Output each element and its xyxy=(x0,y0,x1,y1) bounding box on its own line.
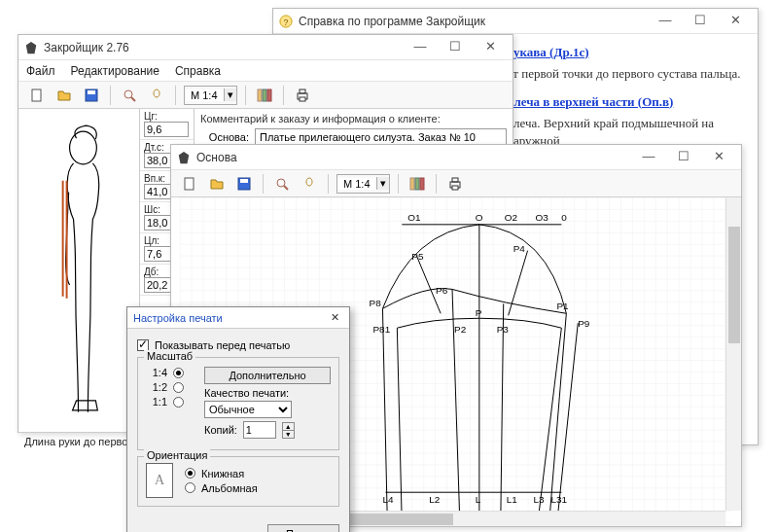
orientation-landscape-radio[interactable] xyxy=(185,482,195,493)
vertical-scrollbar[interactable] xyxy=(725,197,741,511)
save-icon[interactable] xyxy=(81,85,102,106)
osnova-min-button[interactable]: — xyxy=(632,148,665,167)
scale-11-label: 1:1 xyxy=(146,396,167,408)
main-max-button[interactable]: ☐ xyxy=(439,38,472,57)
help-titlebar[interactable]: ? Справка по программе Закройщик — ☐ ✕ xyxy=(273,9,758,34)
svg-text:O: O xyxy=(476,212,483,223)
svg-text:P: P xyxy=(476,307,482,318)
svg-text:P9: P9 xyxy=(578,318,590,329)
pattern-icon xyxy=(177,151,191,164)
scale-12-radio[interactable] xyxy=(173,382,184,393)
svg-text:P8: P8 xyxy=(370,298,382,308)
svg-rect-8 xyxy=(263,89,266,101)
osnova-scale-selector[interactable]: М 1:4 ▾ xyxy=(336,174,390,194)
svg-text:O2: O2 xyxy=(505,212,518,223)
outline-icon[interactable] xyxy=(254,85,275,106)
svg-point-5 xyxy=(124,90,132,98)
meas-label-cg: Цг: xyxy=(144,111,190,122)
svg-text:L2: L2 xyxy=(429,494,441,505)
osnova-chevron-down-icon[interactable]: ▾ xyxy=(376,177,389,190)
chevron-down-icon[interactable]: ▾ xyxy=(224,89,236,101)
main-min-button[interactable]: — xyxy=(404,38,437,57)
svg-text:O1: O1 xyxy=(407,212,421,223)
menu-edit[interactable]: Редактирование xyxy=(71,64,159,78)
svg-text:L: L xyxy=(476,494,481,505)
print-settings-dialog: Настройка печати ✕ Показывать перед печа… xyxy=(126,306,350,532)
copies-up-icon[interactable]: ▲ xyxy=(282,422,295,431)
copies-input[interactable] xyxy=(243,421,276,439)
main-close-button[interactable]: ✕ xyxy=(474,38,507,57)
osnova-search-icon[interactable] xyxy=(271,173,293,195)
menu-file[interactable]: Файл xyxy=(26,64,55,78)
new-icon[interactable] xyxy=(26,85,48,106)
help-text-0: от первой точки до первого сустава пальц… xyxy=(507,65,742,84)
basis-label: Основа: xyxy=(200,131,249,143)
print-icon[interactable] xyxy=(292,85,313,106)
main-titlebar[interactable]: Закройщик 2.76 — ☐ ✕ xyxy=(18,35,513,60)
additional-button[interactable]: Дополнительно xyxy=(204,367,331,384)
scale-14-label: 1:4 xyxy=(146,367,167,378)
svg-rect-4 xyxy=(88,90,95,94)
mannequin-icon[interactable] xyxy=(146,85,167,106)
orientation-preview: A xyxy=(146,463,173,498)
orientation-landscape-label: Альбомная xyxy=(201,482,258,494)
quality-select[interactable]: Обычное xyxy=(204,401,292,418)
osnova-save-icon[interactable] xyxy=(233,173,255,195)
scale-label: М 1:4 xyxy=(185,89,224,101)
svg-text:L31: L31 xyxy=(550,494,567,505)
svg-point-13 xyxy=(70,131,97,164)
svg-rect-7 xyxy=(258,89,262,101)
svg-rect-22 xyxy=(415,178,419,190)
svg-rect-11 xyxy=(300,89,305,93)
orientation-portrait-radio[interactable] xyxy=(185,468,195,479)
orientation-portrait-label: Книжная xyxy=(201,468,244,479)
svg-text:P2: P2 xyxy=(454,324,467,335)
meas-input-cg[interactable] xyxy=(144,122,189,137)
orientation-fieldset: Ориентация A Книжная Альбомная xyxy=(137,456,339,507)
svg-point-19 xyxy=(277,179,285,187)
osnova-open-icon[interactable] xyxy=(206,173,228,195)
help-max-button[interactable]: ☐ xyxy=(684,12,717,31)
print-dialog-close-button[interactable]: ✕ xyxy=(326,311,343,324)
svg-rect-25 xyxy=(452,178,458,182)
osnova-titlebar[interactable]: Основа — ☐ ✕ xyxy=(171,145,741,170)
svg-text:O3: O3 xyxy=(536,212,549,223)
scale-selector[interactable]: М 1:4 ▾ xyxy=(184,86,237,105)
help-link-rukava[interactable]: рукава (Др.1с) xyxy=(507,45,588,59)
svg-rect-18 xyxy=(240,179,248,183)
print-dialog-title: Настройка печати xyxy=(133,312,326,324)
osnova-new-icon[interactable] xyxy=(179,173,200,195)
svg-rect-21 xyxy=(410,178,414,190)
svg-line-20 xyxy=(284,186,288,190)
print-dialog-titlebar[interactable]: Настройка печати ✕ xyxy=(127,307,349,329)
copies-down-icon[interactable]: ▼ xyxy=(282,431,295,439)
menu-help[interactable]: Справка xyxy=(175,64,221,78)
osnova-print-icon[interactable] xyxy=(444,173,466,195)
osnova-mannequin-icon[interactable] xyxy=(299,173,320,195)
osnova-max-button[interactable]: ☐ xyxy=(667,148,700,167)
scale-14-radio[interactable] xyxy=(173,368,184,378)
help-link-plecha[interactable]: плеча в верхней части (Оп.в) xyxy=(507,94,673,109)
figure-canvas xyxy=(18,109,139,432)
scale-11-radio[interactable] xyxy=(173,397,184,408)
svg-text:P3: P3 xyxy=(497,324,510,335)
print-button[interactable]: Печать xyxy=(267,524,339,532)
osnova-outline-icon[interactable] xyxy=(407,173,428,195)
svg-text:P5: P5 xyxy=(411,251,424,262)
help-min-button[interactable]: — xyxy=(649,12,682,31)
osnova-close-button[interactable]: ✕ xyxy=(702,148,735,167)
svg-text:L3: L3 xyxy=(534,494,546,505)
help-close-button[interactable]: ✕ xyxy=(719,12,752,31)
svg-text:P1: P1 xyxy=(556,301,569,311)
main-menubar: Файл Редактирование Справка xyxy=(18,60,513,82)
svg-rect-26 xyxy=(452,186,458,190)
svg-rect-9 xyxy=(267,89,271,101)
svg-text:0: 0 xyxy=(561,212,567,223)
svg-text:L1: L1 xyxy=(507,494,518,505)
comment-group-label: Комментарий к заказу и информация о клие… xyxy=(200,113,507,124)
svg-text:?: ? xyxy=(284,17,289,26)
osnova-title: Основа xyxy=(196,151,632,164)
help-icon: ? xyxy=(279,15,293,28)
search-icon[interactable] xyxy=(119,85,140,106)
open-icon[interactable] xyxy=(53,85,75,106)
